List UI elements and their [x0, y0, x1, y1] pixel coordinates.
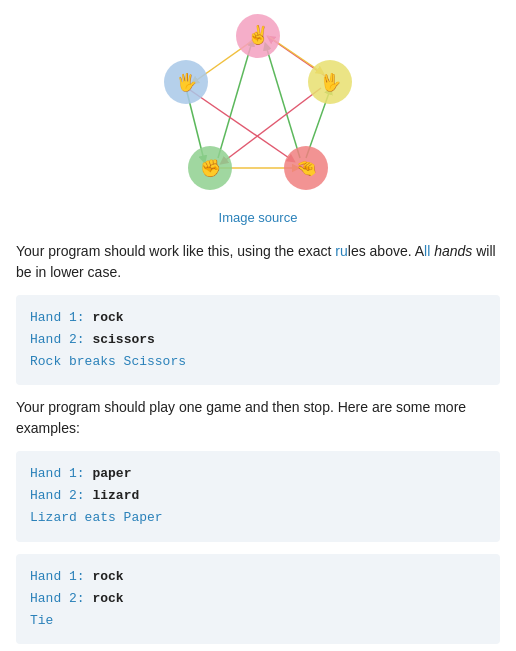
- italic-hands: hands: [434, 243, 472, 259]
- code-line-5: Hand 1: rock: [30, 566, 486, 588]
- hand1-label-3: Hand 1:: [30, 569, 92, 584]
- code-result-3: Tie: [30, 610, 486, 632]
- diagram-section: ✌ 🖖 🤏 ✊ 🖐 Image source: [16, 10, 500, 235]
- svg-text:🖐: 🖐: [176, 72, 198, 93]
- more-examples-text: Your program should play one game and th…: [16, 397, 500, 439]
- hand1-label: Hand 1:: [30, 310, 92, 325]
- code-line-6: Hand 2: rock: [30, 588, 486, 610]
- code-line-1: Hand 1: rock: [30, 307, 486, 329]
- image-source-link[interactable]: Image source: [219, 210, 298, 225]
- code-block-1: Hand 1: rock Hand 2: scissors Rock break…: [16, 295, 500, 385]
- svg-text:✊: ✊: [200, 158, 222, 179]
- hand2-value-2: lizard: [92, 488, 139, 503]
- code-block-3: Hand 1: rock Hand 2: rock Tie: [16, 554, 500, 644]
- code-block-2: Hand 1: paper Hand 2: lizard Lizard eats…: [16, 451, 500, 541]
- svg-text:🖖: 🖖: [320, 72, 342, 93]
- code-result-1: Rock breaks Scissors: [30, 351, 486, 373]
- result-text-2: Lizard eats Paper: [30, 510, 163, 525]
- code-line-2: Hand 2: scissors: [30, 329, 486, 351]
- hand2-value-3: rock: [92, 591, 123, 606]
- result-text-3: Tie: [30, 613, 53, 628]
- code-line-4: Hand 2: lizard: [30, 485, 486, 507]
- code-result-2: Lizard eats Paper: [30, 507, 486, 529]
- hand2-value: scissors: [92, 332, 154, 347]
- hand1-value: rock: [92, 310, 123, 325]
- code-line-3: Hand 1: paper: [30, 463, 486, 485]
- svg-line-0: [218, 42, 252, 158]
- svg-text:✌: ✌: [247, 24, 270, 46]
- description-text: Your program should work like this, usin…: [16, 241, 500, 283]
- result-text-1: Rock breaks Scissors: [30, 354, 186, 369]
- svg-text:🤏: 🤏: [296, 158, 318, 179]
- hand2-label-2: Hand 2:: [30, 488, 92, 503]
- pentagon-diagram: ✌ 🖖 🤏 ✊ 🖐: [138, 10, 378, 210]
- highlight-all: ll: [424, 243, 430, 259]
- highlight-rules: ru: [335, 243, 347, 259]
- hand1-label-2: Hand 1:: [30, 466, 92, 481]
- hand2-label-3: Hand 2:: [30, 591, 92, 606]
- hand2-label: Hand 2:: [30, 332, 92, 347]
- hand1-value-2: paper: [92, 466, 131, 481]
- hand1-value-3: rock: [92, 569, 123, 584]
- svg-line-6: [266, 46, 300, 158]
